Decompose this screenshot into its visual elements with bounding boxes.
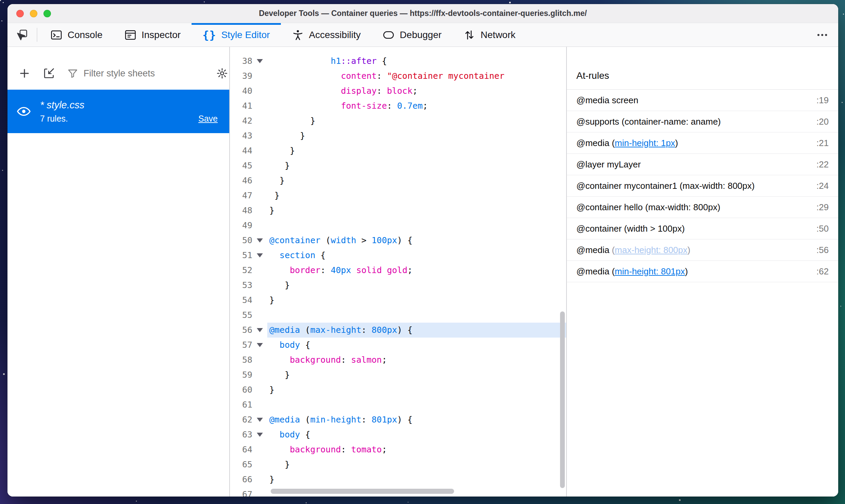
zoom-window-button[interactable] (43, 10, 51, 17)
code-text: } (267, 367, 566, 382)
code-line[interactable]: 66} (230, 472, 566, 487)
stylesheet-rule-count: 7 rules. (40, 114, 68, 124)
code-line[interactable]: 49 (230, 218, 566, 233)
line-number: 43 (230, 128, 252, 143)
code-line[interactable]: 53 } (230, 278, 566, 293)
code-token: { (377, 56, 387, 66)
code-token (351, 265, 356, 275)
code-line[interactable]: 59 } (230, 367, 566, 382)
fold-arrow-icon[interactable] (252, 233, 267, 248)
atrules-panel: At-rules @media screen:19@supports (cont… (567, 47, 838, 497)
code-line[interactable]: 64 background: tomato; (230, 442, 566, 457)
code-line[interactable]: 43 } (230, 128, 566, 143)
code-text: } (267, 173, 566, 188)
code-line[interactable]: 48} (230, 203, 566, 218)
tab-style-editor[interactable]: {}Style Editor (192, 23, 281, 47)
code-line[interactable]: 52 border: 40px solid gold; (230, 263, 566, 278)
atrule-row[interactable]: @media screen:19 (567, 90, 838, 111)
code-line[interactable]: 47 } (230, 188, 566, 203)
code-line[interactable]: 60} (230, 382, 566, 397)
fold-arrow-icon[interactable] (252, 323, 267, 338)
stylesheet-item[interactable]: * style.css 7 rules. Save (7, 90, 229, 133)
import-stylesheet-button[interactable] (43, 67, 55, 79)
pick-element-button[interactable] (7, 23, 37, 47)
atrule-row[interactable]: @media (min-height: 1px):21 (567, 132, 838, 154)
code-line[interactable]: 39 content: "@container mycontainer (230, 69, 566, 84)
fold-arrow-icon[interactable] (252, 54, 267, 69)
inspector-icon (124, 29, 137, 41)
atrule-row[interactable]: @media (max-height: 800px):56 (567, 239, 838, 261)
atrule-row[interactable]: @container (width > 100px):50 (567, 218, 838, 239)
atrule-text: @supports (container-name: aname) (576, 116, 811, 127)
minimize-window-button[interactable] (30, 10, 37, 17)
fold-spacer (252, 353, 267, 367)
code-token: body (280, 340, 300, 350)
atrule-condition-link[interactable]: min-height: 1px (615, 138, 675, 148)
console-icon (50, 29, 62, 41)
atrule-row[interactable]: @supports (container-name: aname):20 (567, 111, 838, 132)
atrule-row[interactable]: @container hello (max-width: 800px):29 (567, 197, 838, 218)
code-line[interactable]: 55 (230, 308, 566, 323)
save-link[interactable]: Save (198, 114, 218, 124)
code-token (269, 250, 280, 260)
atrule-row[interactable]: @container mycontainer1 (max-width: 800p… (567, 175, 838, 197)
sidebar-toolbar (7, 47, 229, 90)
stylesheet-options-button[interactable] (216, 67, 228, 79)
fold-spacer (252, 472, 267, 487)
fold-arrow-icon[interactable] (252, 412, 267, 427)
line-number: 47 (230, 188, 252, 203)
code-line[interactable]: 62@media (min-height: 801px) { (230, 412, 566, 427)
atrule-row[interactable]: @media (min-height: 801px):62 (567, 261, 838, 282)
tab-accessibility[interactable]: Accessibility (281, 23, 372, 47)
tab-label: Console (68, 30, 103, 40)
atrule-condition-link[interactable]: max-height: 800px (615, 245, 687, 255)
fold-arrow-icon[interactable] (252, 427, 267, 442)
code-line[interactable]: 54} (230, 293, 566, 308)
line-number: 56 (230, 323, 252, 338)
code-text (267, 218, 566, 233)
code-line[interactable]: 50@container (width > 100px) { (230, 233, 566, 248)
code-line[interactable]: 56@media (max-height: 800px) { (230, 323, 566, 338)
atrule-condition-link[interactable]: min-height: 801px (615, 266, 685, 276)
close-window-button[interactable] (16, 10, 24, 17)
code-text: } (267, 143, 566, 158)
code-line[interactable]: 65 } (230, 457, 566, 472)
horizontal-scrollbar-thumb[interactable] (271, 489, 454, 494)
code-line[interactable]: 41 font-size: 0.7em; (230, 98, 566, 113)
code-line[interactable]: 57 body { (230, 338, 566, 353)
code-token: salmon (351, 355, 382, 365)
code-line[interactable]: 38 h1::after { (230, 54, 566, 69)
code-line[interactable]: 45 } (230, 158, 566, 173)
devtools-options-button[interactable] (810, 23, 835, 47)
code-token: : (387, 101, 397, 111)
code-token: body (280, 430, 300, 439)
code-line[interactable]: 42 } (230, 113, 566, 128)
code-line[interactable]: 46 } (230, 173, 566, 188)
code-line[interactable]: 40 display: block; (230, 84, 566, 98)
code-line[interactable]: 51 section { (230, 248, 566, 263)
fold-spacer (252, 293, 267, 308)
devtools-toolbar: ConsoleInspector{}Style EditorAccessibil… (7, 23, 838, 47)
code-editor[interactable]: 38 h1::after {39 content: "@container my… (230, 47, 566, 497)
code-line[interactable]: 61 (230, 397, 566, 412)
code-token: 801px (372, 415, 397, 425)
fold-arrow-icon[interactable] (252, 338, 267, 353)
atrule-line-number: :29 (816, 202, 829, 213)
vertical-scrollbar-thumb[interactable] (560, 311, 565, 488)
eye-icon[interactable] (16, 104, 31, 119)
code-line[interactable]: 58 background: salmon; (230, 353, 566, 367)
code-token: tomato (351, 445, 382, 454)
code-line[interactable]: 44 } (230, 143, 566, 158)
code-line[interactable]: 63 body { (230, 427, 566, 442)
tab-network[interactable]: Network (452, 23, 526, 47)
tab-console[interactable]: Console (39, 23, 113, 47)
new-stylesheet-button[interactable] (18, 67, 31, 79)
filter-stylesheets-input[interactable] (84, 68, 204, 79)
fold-arrow-icon[interactable] (252, 248, 267, 263)
code-token: } (269, 116, 315, 126)
code-token: ( (321, 235, 331, 245)
atrule-row[interactable]: @layer myLayer:22 (567, 154, 838, 175)
tab-debugger[interactable]: Debugger (372, 23, 452, 47)
line-number: 50 (230, 233, 252, 248)
tab-inspector[interactable]: Inspector (113, 23, 192, 47)
